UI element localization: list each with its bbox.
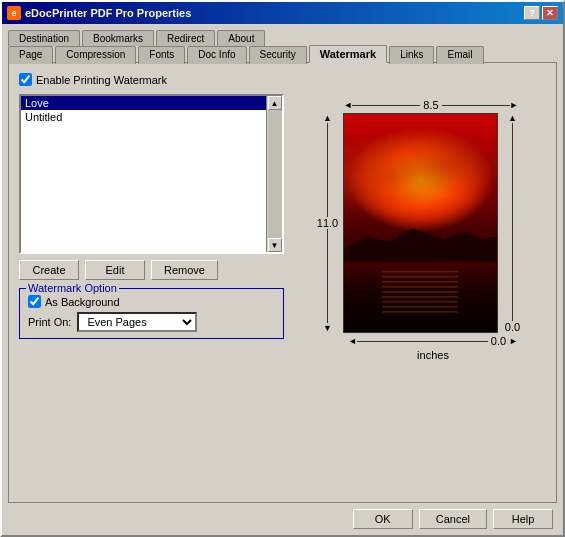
bottom-bar: OK Cancel Help [2,503,563,535]
enable-watermark-row: Enable Printing Watermark [19,73,546,86]
main-window: e eDocPrinter PDF Pro Properties ? ✕ Des… [0,0,565,537]
titlebar-buttons: ? ✕ [524,6,558,20]
tab-destination[interactable]: Destination [8,30,80,46]
arrow-up-icon: ▲ [323,113,332,123]
width-label: 8.5 [420,99,441,111]
close-button[interactable]: ✕ [542,6,558,20]
tab-watermark[interactable]: Watermark [309,45,387,63]
cloud-layer [344,136,497,234]
watermark-option-label: Watermark Option [26,282,119,294]
list-item-untitled[interactable]: Untitled [21,110,266,124]
watermark-option-group: Watermark Option As Background Print On:… [19,288,284,339]
left-arrow-line-2 [327,229,328,323]
print-on-select[interactable]: All Pages Even Pages Odd Pages [77,312,197,332]
print-on-row: Print On: All Pages Even Pages Odd Pages [28,312,275,332]
tab-fonts[interactable]: Fonts [138,46,185,64]
bottom-dim-row: ◄ 0.0 ► [348,335,518,347]
top-arrow-line [352,105,420,106]
inches-label-row: inches [417,349,449,361]
enable-watermark-label: Enable Printing Watermark [36,74,167,86]
left-arrow-line [327,123,328,217]
scroll-track[interactable] [268,110,282,238]
tab-page[interactable]: Page [8,46,53,64]
titlebar: e eDocPrinter PDF Pro Properties ? ✕ [2,2,563,24]
tab-row-2: Page Compression Fonts Doc Info Security… [2,44,563,62]
watermark-listbox-wrap: Love Untitled ▲ ▼ [19,94,284,254]
top-dim-row: ◄ 8.5 ► [344,99,519,111]
tab-security[interactable]: Security [249,46,307,64]
create-button[interactable]: Create [19,260,79,280]
window-title: eDocPrinter PDF Pro Properties [25,7,191,19]
bottom-arrow-line [357,341,488,342]
main-panel: Love Untitled ▲ ▼ Create Edit Remove [19,94,546,492]
scroll-up-button[interactable]: ▲ [268,96,282,110]
tab-compression[interactable]: Compression [55,46,136,64]
reflection-lines [382,271,459,315]
page-image-inner [344,114,497,332]
titlebar-left: e eDocPrinter PDF Pro Properties [7,6,191,20]
arrow-left-icon: ◄ [344,100,353,110]
content-area: Enable Printing Watermark Love Untitled … [8,62,557,503]
height-label: 11.0 [317,217,338,229]
arrow-left-bottom-icon: ◄ [348,336,357,346]
arrow-down-icon: ▼ [323,323,332,333]
right-dim: ▲ 0.0 [502,113,524,333]
tab-bookmarks[interactable]: Bookmarks [82,30,154,46]
right-label: 0.0 [505,321,520,333]
arrow-up-right-icon: ▲ [508,113,517,123]
button-row: Create Edit Remove [19,260,284,280]
watermark-listbox-inner: Love Untitled [21,96,266,252]
help-title-button[interactable]: ? [524,6,540,20]
as-background-label: As Background [45,296,120,308]
tab-redirect[interactable]: Redirect [156,30,215,46]
left-panel: Love Untitled ▲ ▼ Create Edit Remove [19,94,284,492]
right-arrow-line [512,123,513,321]
as-background-checkbox[interactable] [28,295,41,308]
as-background-row: As Background [28,295,275,308]
cancel-button[interactable]: Cancel [419,509,487,529]
print-on-label: Print On: [28,316,71,328]
remove-button[interactable]: Remove [151,260,218,280]
arrow-right-bottom-icon: ► [509,336,518,346]
ok-button[interactable]: OK [353,509,413,529]
tab-links[interactable]: Links [389,46,434,64]
inches-label: inches [417,349,449,361]
list-item-love[interactable]: Love [21,96,266,110]
app-icon: e [7,6,21,20]
offset-label: 0.0 [488,335,509,347]
scrollbar[interactable]: ▲ ▼ [266,96,282,252]
tab-docinfo[interactable]: Doc Info [187,46,246,64]
right-panel: ◄ 8.5 ► ▲ 11.0 ▼ [294,94,546,492]
left-dim: ▲ 11.0 ▼ [317,113,339,333]
tab-email[interactable]: Email [436,46,483,64]
tab-about[interactable]: About [217,30,265,46]
help-button[interactable]: Help [493,509,553,529]
scroll-down-button[interactable]: ▼ [268,238,282,252]
enable-watermark-checkbox[interactable] [19,73,32,86]
edit-button[interactable]: Edit [85,260,145,280]
diagram-body: ▲ 11.0 ▼ [317,113,524,333]
page-preview-image [343,113,498,333]
arrow-right-icon: ► [510,100,519,110]
top-arrow-line-2 [442,105,510,106]
tab-row-1: Destination Bookmarks Redirect About [2,24,563,44]
